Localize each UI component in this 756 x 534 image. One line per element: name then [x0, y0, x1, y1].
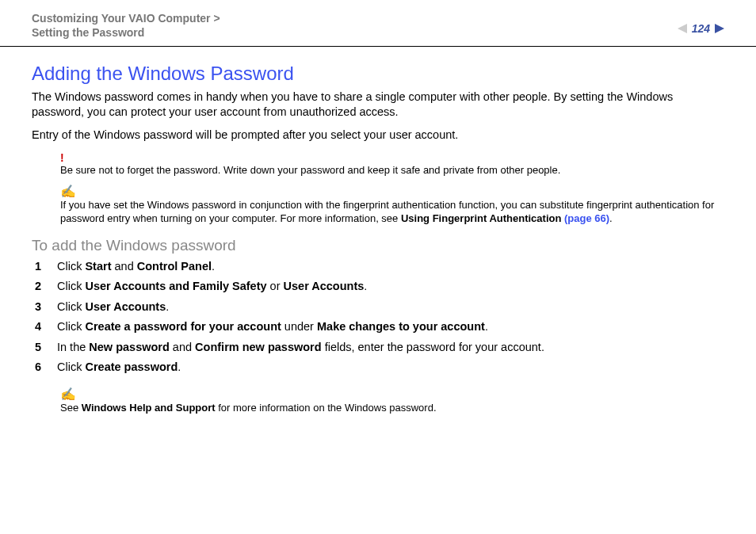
breadcrumb-line-1: Customizing Your VAIO Computer >	[32, 11, 220, 25]
next-page-icon[interactable]	[715, 24, 724, 33]
step-2: Click User Accounts and Family Safety or…	[46, 279, 724, 295]
warning-icon: !	[60, 151, 724, 165]
page-title: Adding the Windows Password	[32, 63, 724, 85]
steps-list: Click Start and Control Panel. Click Use…	[32, 259, 724, 376]
tip2-text: See Windows Help and Support for more in…	[60, 402, 437, 414]
page-header: Customizing Your VAIO Computer > Setting…	[0, 0, 756, 47]
warning-note: ! Be sure not to forget the password. Wr…	[60, 151, 724, 177]
step-3: Click User Accounts.	[46, 299, 724, 315]
procedure-heading: To add the Windows password	[32, 237, 724, 254]
page-content: Adding the Windows Password The Windows …	[0, 47, 756, 414]
step-4: Click Create a password for your account…	[46, 319, 724, 335]
step-6: Click Create password.	[46, 360, 724, 376]
tip2-text-b: for more information on the Windows pass…	[216, 402, 437, 414]
breadcrumb-line-2: Setting the Password	[32, 25, 220, 40]
pencil-icon: ✍	[60, 387, 724, 403]
tip2-bold: Windows Help and Support	[82, 402, 216, 414]
tip2-text-a: See	[60, 402, 82, 414]
pencil-icon: ✍	[60, 184, 724, 200]
tip1-bold: Using Fingerprint Authentication	[401, 212, 564, 224]
intro-paragraph-1: The Windows password comes in handy when…	[32, 90, 724, 120]
step-5: In the New password and Confirm new pass…	[46, 340, 724, 356]
page-number: 124	[690, 22, 712, 35]
tip-note-2: ✍ See Windows Help and Support for more …	[60, 387, 724, 415]
tip-note-1: ✍ If you have set the Windows password i…	[60, 184, 724, 226]
page-66-link[interactable]: (page 66)	[564, 212, 609, 224]
tip1-text: If you have set the Windows password in …	[60, 199, 714, 224]
warning-text: Be sure not to forget the password. Writ…	[60, 164, 560, 176]
breadcrumb: Customizing Your VAIO Computer > Setting…	[32, 11, 220, 40]
tip1-tail: .	[609, 212, 613, 224]
prev-page-icon[interactable]	[678, 24, 687, 33]
intro-paragraph-2: Entry of the Windows password will be pr…	[32, 128, 724, 143]
page-navigation: 124	[678, 11, 724, 35]
tip1-text-a: If you have set the Windows password in …	[60, 199, 714, 224]
step-1: Click Start and Control Panel.	[46, 259, 724, 275]
